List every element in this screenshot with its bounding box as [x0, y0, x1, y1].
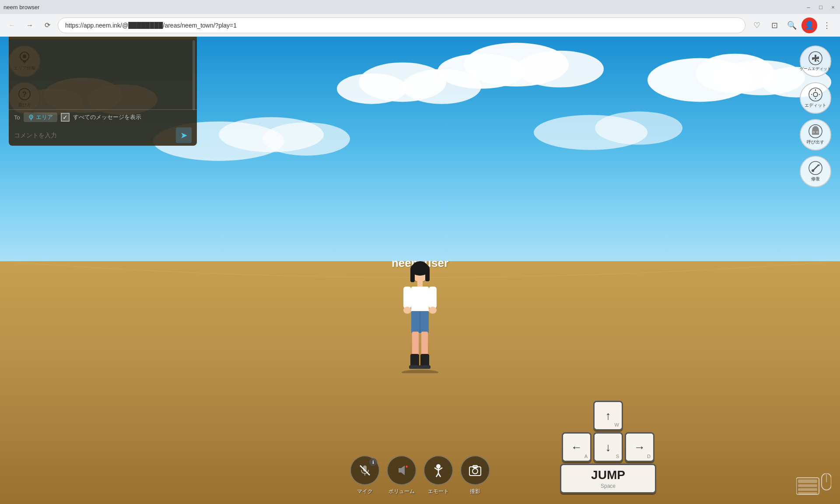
chat-input[interactable]: [14, 132, 172, 139]
emote-icon: [431, 463, 446, 478]
browser-toolbar: ← → ⟳ ♡ ⊡ 🔍 👤 ⋮: [0, 14, 840, 37]
summon-label: 呼び出す: [807, 139, 824, 145]
svg-point-61: [812, 169, 814, 172]
wasd-controls: ↑ W ← A ↓ S → D: [560, 401, 656, 495]
collections-button[interactable]: ⊡: [766, 18, 782, 33]
chat-footer: To エリア ✓ すべてのメッセージを表示: [9, 109, 197, 146]
game-edit-label: ゲームエディット: [800, 66, 831, 72]
show-all-messages-label: すべてのメッセージを表示: [73, 113, 141, 121]
chat-target[interactable]: エリア: [24, 112, 57, 122]
emote-icon-circle: [424, 455, 453, 485]
close-button[interactable]: ×: [830, 4, 836, 10]
key-row-middle: ← A ↓ S → D: [560, 432, 656, 462]
emote-button[interactable]: エモート: [424, 455, 453, 495]
svg-point-49: [812, 58, 814, 60]
key-row-jump: JUMP Space: [560, 464, 656, 494]
repair-icon: [808, 161, 822, 175]
svg-rect-26: [403, 287, 411, 308]
left-arrow-icon: ←: [571, 441, 582, 454]
reload-button[interactable]: ⟳: [40, 18, 54, 32]
minimize-button[interactable]: –: [805, 4, 812, 10]
key-left[interactable]: ← A: [562, 432, 592, 462]
volume-button[interactable]: ボリューム: [387, 455, 416, 495]
d-letter: D: [647, 454, 651, 459]
restore-button[interactable]: □: [817, 4, 824, 10]
svg-rect-23: [425, 269, 430, 281]
address-bar[interactable]: [58, 18, 746, 33]
favorites-button[interactable]: ♡: [749, 18, 765, 33]
chat-messages: [9, 39, 197, 109]
profile-button[interactable]: 👤: [802, 18, 817, 33]
w-letter: W: [615, 422, 619, 427]
svg-point-29: [429, 307, 437, 314]
repair-button[interactable]: 修復: [800, 156, 831, 187]
svg-point-38: [402, 370, 438, 373]
mic-icon: [358, 464, 371, 477]
svg-rect-25: [411, 287, 429, 313]
summon-button[interactable]: 呼び出す: [800, 119, 831, 150]
svg-line-75: [438, 473, 441, 477]
game-edit-button[interactable]: ゲームエディット: [800, 46, 831, 77]
right-arrow-icon: →: [634, 441, 645, 454]
svg-rect-81: [798, 484, 817, 487]
emote-label: エモート: [428, 488, 449, 495]
edit-button[interactable]: エディット: [800, 82, 831, 114]
svg-rect-34: [410, 354, 419, 367]
volume-icon: [395, 464, 408, 477]
s-letter: S: [616, 454, 619, 459]
browser-title: neem browser: [4, 4, 805, 10]
menu-button[interactable]: ⋮: [819, 18, 835, 33]
key-right[interactable]: → D: [625, 432, 654, 462]
svg-rect-37: [419, 365, 430, 369]
jump-key[interactable]: JUMP Space: [560, 464, 656, 494]
a-letter: A: [584, 454, 588, 459]
bottom-toolbar: ℹ マイク ボリューム: [350, 455, 490, 495]
mic-button[interactable]: ℹ マイク: [350, 455, 380, 495]
down-arrow-icon: ↓: [606, 441, 611, 454]
svg-line-74: [436, 473, 438, 477]
chat-panel: To エリア ✓ すべてのメッセージを表示: [9, 37, 197, 146]
chat-to-label: To: [14, 114, 20, 121]
back-button[interactable]: ←: [5, 18, 19, 32]
photo-button[interactable]: 撞影: [460, 455, 490, 495]
browser-window: neem browser – □ × ← → ⟳ ♡ ⊡ 🔍 👤 ⋮: [0, 0, 840, 504]
character-svg: [398, 259, 442, 373]
svg-point-58: [817, 132, 818, 133]
title-bar: neem browser – □ ×: [0, 0, 840, 14]
chat-target-label: エリア: [36, 113, 53, 121]
window-controls: – □ ×: [805, 4, 836, 10]
chat-scrollbar[interactable]: [192, 40, 195, 110]
volume-icon-circle: [387, 455, 416, 485]
chat-send-button[interactable]: ➤: [176, 127, 192, 143]
edit-label: エディット: [805, 102, 826, 108]
game-area: neem user: [0, 37, 840, 504]
key-up[interactable]: ↑ W: [593, 401, 623, 430]
jump-label: JUMP: [591, 468, 625, 482]
mic-icon-circle: ℹ: [350, 455, 380, 485]
svg-point-57: [813, 132, 814, 133]
forward-button[interactable]: →: [23, 18, 37, 32]
edit-icon: [808, 88, 822, 102]
svg-rect-27: [429, 287, 437, 308]
svg-rect-82: [798, 488, 817, 491]
svg-point-51: [813, 92, 818, 97]
volume-label: ボリューム: [388, 488, 415, 495]
space-label: Space: [601, 483, 616, 489]
svg-rect-33: [421, 332, 428, 356]
camera-icon: [468, 463, 482, 477]
repair-label: 修復: [811, 176, 820, 182]
svg-point-63: [30, 116, 32, 118]
show-all-checkbox[interactable]: ✓: [61, 113, 70, 122]
chat-input-row: ➤: [9, 125, 197, 146]
photo-label: 撞影: [470, 488, 480, 495]
svg-point-77: [472, 469, 478, 474]
svg-rect-35: [420, 354, 429, 367]
key-down[interactable]: ↓ S: [593, 432, 623, 462]
mic-label: マイク: [357, 488, 373, 495]
location-icon: [28, 114, 34, 120]
svg-rect-83: [798, 492, 817, 494]
svg-rect-32: [412, 332, 419, 356]
character: [398, 259, 442, 373]
search-button[interactable]: 🔍: [784, 18, 800, 33]
photo-icon-circle: [460, 455, 490, 485]
